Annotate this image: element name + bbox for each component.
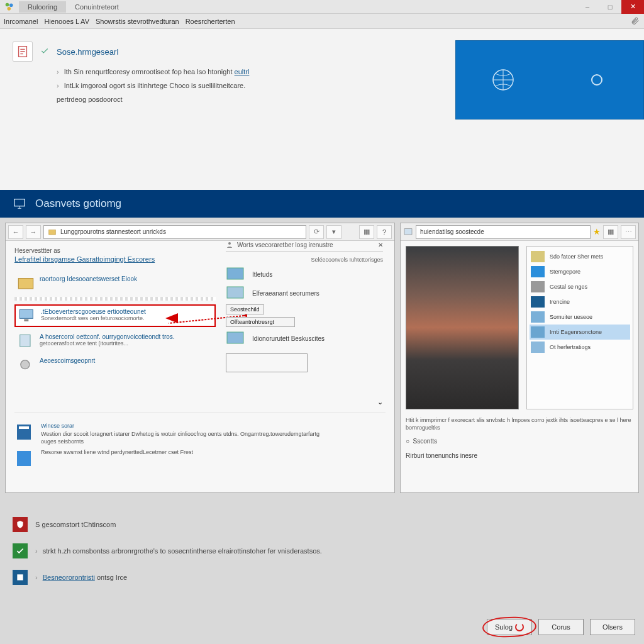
monitor-icon xyxy=(18,308,36,323)
toolbar: ← → Lunggrpourotns stannesteort unrickds… xyxy=(6,223,394,241)
list-item[interactable]: Ot herfertratiogs xyxy=(530,340,630,355)
hero-panel xyxy=(455,40,644,119)
banner-title: Oasnvets gotiomg xyxy=(35,197,121,210)
svg-rect-19 xyxy=(227,332,243,343)
globe-icon xyxy=(491,67,516,92)
titlebar: Rulooring Conuintreteort – □ ✕ xyxy=(0,0,644,14)
list-item[interactable]: Gestal se nges xyxy=(530,279,630,294)
paperclip-icon xyxy=(630,16,640,26)
chevron-down-icon[interactable]: ⌄ xyxy=(377,398,383,406)
display-settings-window: huiendatilsg soostecde ★ ▦ ⋯ Sdo fatoer … xyxy=(400,223,639,493)
dropdown-button[interactable]: ▾ xyxy=(326,225,341,239)
folder-icon xyxy=(48,228,57,236)
app-logo-icon xyxy=(4,1,15,13)
menubar: Inrcomanel Hienooes L AV Showrstis stevr… xyxy=(0,14,644,29)
window-close-button[interactable]: ✕ xyxy=(621,0,644,14)
bottom-desc: ouges seisbornts xyxy=(41,438,319,446)
step-description: Ith Sin renqurtfcoresy ormrootiseot fop … xyxy=(57,68,428,75)
address-bar[interactable]: Lunggrpourotns stannesteort unrickds xyxy=(43,225,306,239)
wallpaper-preview xyxy=(406,246,519,409)
side-button[interactable]: Olfteantrohtresrgt xyxy=(226,317,295,327)
menu-item[interactable]: Roesrcherterten xyxy=(186,18,235,25)
close-icon[interactable]: ✕ xyxy=(378,242,383,248)
step-description: pertrdeog posdooroct xyxy=(57,96,428,103)
radio-option[interactable]: ○ Sscontts xyxy=(406,438,633,445)
tab-main[interactable]: Rulooring xyxy=(19,1,66,13)
svg-rect-21 xyxy=(19,426,29,429)
back-button[interactable]: ← xyxy=(8,225,23,239)
section-link[interactable]: Lefrafitel ibrsgamse Gasrattoimgingt Esc… xyxy=(14,255,155,263)
svg-rect-24 xyxy=(531,251,545,262)
manual-icon xyxy=(14,448,35,469)
tab-secondary[interactable]: Conuintreteort xyxy=(66,1,128,13)
monitor-icon xyxy=(13,197,26,211)
intro-link[interactable]: eultrl xyxy=(235,68,250,75)
footer-text: Rirburi tonenunchs inesre xyxy=(406,452,633,459)
list-item-selected[interactable]: Irnti Eagenrsonctone xyxy=(530,325,630,340)
window-minimize-button[interactable]: – xyxy=(576,0,599,14)
step-text: Besneororontristi ontsg Irce xyxy=(35,574,127,581)
save-button[interactable]: Sulog xyxy=(487,619,532,635)
step-title: Sose.hrmgesearl xyxy=(57,47,118,57)
svg-point-2 xyxy=(8,7,11,11)
svg-rect-26 xyxy=(531,281,545,292)
toolbar: huiendatilsg soostecde ★ ▦ ⋯ xyxy=(401,223,638,241)
refresh-button[interactable]: ⟳ xyxy=(309,225,324,239)
view-button[interactable]: ▦ xyxy=(603,225,618,239)
checkmark-icon xyxy=(40,47,49,57)
svg-point-5 xyxy=(592,75,602,85)
side-item[interactable]: Elferaeanant seorumers xyxy=(226,286,383,301)
personalize-sub: Seléecoonvols Iuhtcttorisges xyxy=(226,257,383,263)
menu-item[interactable]: Hienooes L AV xyxy=(44,18,89,25)
personalize-header: Worts vsecoraretber losg irenustre ✕ xyxy=(226,241,383,252)
circle-icon xyxy=(584,67,609,92)
svg-point-0 xyxy=(6,3,9,6)
menu-item[interactable]: Inrcomanel xyxy=(4,18,38,25)
book-icon xyxy=(14,422,35,442)
list-item[interactable]: Somuiter ueseoe xyxy=(530,309,630,325)
window-maximize-button[interactable]: □ xyxy=(599,0,621,14)
folder-icon xyxy=(17,275,35,291)
forward-button[interactable]: → xyxy=(26,225,41,239)
list-item[interactable]: Irencine xyxy=(530,294,630,309)
control-panel-item[interactable]: Aeoescoimsgeopnrt xyxy=(14,355,216,375)
view-button[interactable]: ▦ xyxy=(359,225,374,239)
help-button[interactable]: ? xyxy=(377,225,392,239)
side-button[interactable]: Seostechild xyxy=(226,304,264,314)
intro-area: Sose.hrmgesearl Ith Sin renqurtfcoresy o… xyxy=(0,29,644,190)
person-icon xyxy=(226,241,233,248)
bottom-desc: Resorse swsmst liene wtnd perdynerttedLe… xyxy=(41,448,193,457)
list-item[interactable]: Sdo fatoer Sher mets xyxy=(530,249,630,264)
menu-item[interactable]: Showrstis stevrothvedturan xyxy=(96,18,179,25)
close-button[interactable]: Olsers xyxy=(590,619,635,635)
picture-icon xyxy=(403,227,413,237)
svg-rect-31 xyxy=(17,574,23,580)
svg-rect-17 xyxy=(227,268,243,279)
svg-rect-7 xyxy=(49,230,56,235)
svg-rect-8 xyxy=(18,279,33,289)
address-bar[interactable]: huiendatilsg soostecde xyxy=(416,225,591,239)
theme-list: Sdo fatoer Sher mets Stemgepore Gestal s… xyxy=(526,246,633,409)
bottom-desc: Westion dior scooit loragnert istarer Dw… xyxy=(41,430,319,438)
bottom-title: Winese sorar xyxy=(41,422,319,430)
shield-icon xyxy=(13,517,28,532)
more-button[interactable]: ⋯ xyxy=(621,225,636,239)
check-icon xyxy=(13,543,28,558)
star-icon[interactable]: ★ xyxy=(593,227,601,236)
empty-input[interactable] xyxy=(226,353,308,372)
side-item[interactable]: Itletuds xyxy=(226,267,383,282)
svg-rect-9 xyxy=(19,310,33,319)
control-panel-item[interactable]: raortoorg Idesooanetswerset Eiook xyxy=(14,273,216,293)
description-text: Htit k immprimcr f exorecart slis snvbst… xyxy=(406,417,633,431)
cancel-button[interactable]: Corus xyxy=(538,619,584,635)
control-panel-item[interactable]: A hosercorol oettconf. ourrygonvoicotieo… xyxy=(14,331,216,351)
list-item[interactable]: Stemgepore xyxy=(530,264,630,279)
dialog-footer: Sulog Corus Olsers xyxy=(487,619,635,635)
step-description: IntLk imgoroal ogort sis iltinhrtege Cho… xyxy=(57,82,428,89)
svg-rect-27 xyxy=(531,296,545,308)
step-link[interactable]: Besneororontristi xyxy=(43,574,95,581)
svg-rect-23 xyxy=(404,228,412,234)
svg-point-12 xyxy=(21,360,30,369)
svg-point-1 xyxy=(9,3,13,7)
side-item[interactable]: Idionorurutett Beskuscites xyxy=(226,331,383,346)
